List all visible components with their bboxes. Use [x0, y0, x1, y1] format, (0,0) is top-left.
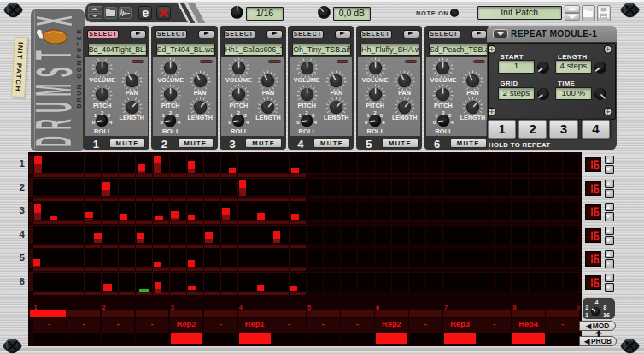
svg-text:e: e [142, 6, 149, 20]
